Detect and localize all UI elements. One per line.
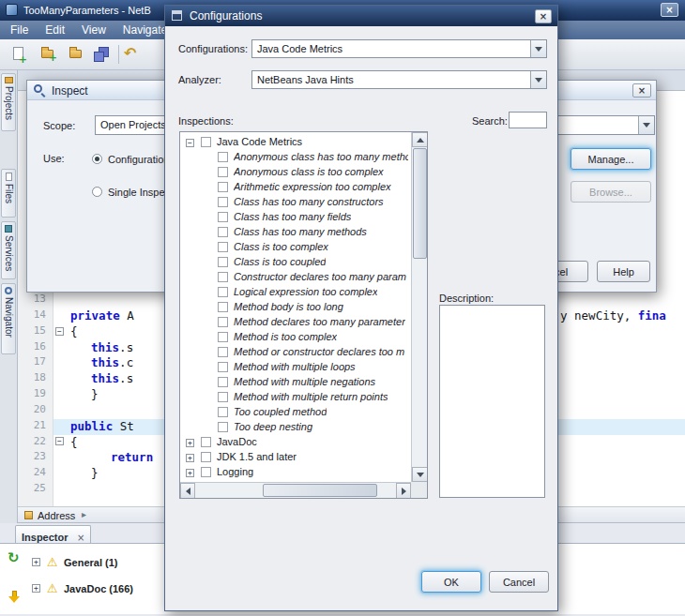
scroll-up-icon[interactable] <box>412 132 428 147</box>
tree-item[interactable]: Anonymous class is too complex <box>180 165 411 180</box>
netbeans-logo-icon <box>6 4 18 16</box>
checkbox[interactable] <box>201 467 211 477</box>
configurations-select[interactable]: Java Code Metrics <box>251 39 547 58</box>
checkbox[interactable] <box>218 332 228 342</box>
checkbox[interactable] <box>218 302 228 312</box>
sidebar-tab-projects[interactable]: Projects <box>1 73 16 131</box>
tree-item[interactable]: Arithmetic expression too complex <box>180 180 411 195</box>
cancel-button[interactable]: Cancel <box>489 571 549 593</box>
tab-inspector[interactable]: Inspector × <box>15 525 91 543</box>
tree-item[interactable]: Method body is too long <box>180 300 411 315</box>
tree-item-jdk[interactable]: + JDK 1.5 and later <box>180 450 411 465</box>
checkbox[interactable] <box>218 317 228 327</box>
menu-view[interactable]: View <box>73 21 114 39</box>
checkbox[interactable] <box>218 377 228 387</box>
radio-single-inspection[interactable] <box>92 187 102 197</box>
checkbox[interactable] <box>218 152 228 162</box>
close-icon[interactable]: × <box>535 9 552 23</box>
breadcrumb[interactable]: Address <box>38 510 75 521</box>
scroll-left-icon[interactable] <box>180 483 195 499</box>
scrollbar-thumb[interactable] <box>263 484 377 497</box>
line-number: 17 <box>18 355 46 368</box>
code-fold-icon[interactable]: − <box>55 437 64 445</box>
expand-icon[interactable]: + <box>32 584 40 593</box>
new-file-button[interactable] <box>13 47 23 60</box>
tree-item-javadoc[interactable]: + JavaDoc <box>180 435 411 450</box>
tree-item[interactable]: Too deep nesting <box>180 420 411 435</box>
main-close-button[interactable]: × <box>661 3 678 17</box>
tree-item[interactable]: Method with multiple negations <box>180 375 411 390</box>
manage-button[interactable]: Manage... <box>571 148 651 170</box>
horizontal-scrollbar[interactable] <box>180 482 411 498</box>
sidebar-tab-label: Projects <box>4 86 14 120</box>
ok-button[interactable]: OK <box>421 571 481 593</box>
sidebar-tab-files[interactable]: Files <box>1 169 16 218</box>
checkbox[interactable] <box>218 422 228 432</box>
tree-item[interactable]: Class is too coupled <box>180 255 411 270</box>
analyzer-select[interactable]: NetBeans Java Hints <box>251 70 547 89</box>
new-project-button[interactable] <box>41 50 53 58</box>
scrollbar-thumb[interactable] <box>413 148 427 259</box>
close-icon[interactable]: × <box>632 83 651 98</box>
tree-item[interactable]: Method with multiple return points <box>180 390 411 405</box>
checkbox[interactable] <box>201 437 211 447</box>
line-number: 16 <box>18 340 46 353</box>
checkbox[interactable] <box>218 197 228 207</box>
search-input[interactable] <box>509 112 547 128</box>
expand-icon[interactable]: + <box>186 454 194 462</box>
tree-item-label: Logical expression too complex <box>234 286 377 297</box>
checkbox[interactable] <box>218 407 228 417</box>
tree-item[interactable]: Anonymous class has too many metho <box>180 150 411 165</box>
checkbox[interactable] <box>218 347 228 357</box>
tree-item[interactable]: Class is too complex <box>180 240 411 255</box>
tree-item[interactable]: Method declares too many parameter <box>180 315 411 330</box>
save-all-button[interactable] <box>94 47 110 62</box>
description-box <box>439 305 545 498</box>
open-project-button[interactable] <box>69 50 82 58</box>
checkbox[interactable] <box>201 137 211 147</box>
scope-label: Scope: <box>43 120 75 131</box>
sidebar-tab-services[interactable]: Services <box>1 221 16 279</box>
tree-item[interactable]: Too coupled method <box>180 405 411 420</box>
menu-edit[interactable]: Edit <box>37 21 73 39</box>
tree-item-root[interactable]: − Java Code Metrics <box>180 135 411 150</box>
checkbox[interactable] <box>218 362 228 372</box>
checkbox[interactable] <box>218 392 228 402</box>
radio-configuration[interactable] <box>92 154 102 164</box>
expand-icon[interactable]: + <box>186 439 194 447</box>
checkbox[interactable] <box>218 242 228 252</box>
expand-icon[interactable]: + <box>32 558 40 566</box>
checkbox[interactable] <box>218 167 228 177</box>
undo-button[interactable]: ↶ <box>124 44 136 62</box>
vertical-scrollbar[interactable] <box>411 132 427 482</box>
sidebar-tab-navigator[interactable]: Navigator <box>1 283 16 354</box>
checkbox[interactable] <box>218 182 228 192</box>
tree-item-label: Constructor declares too many param <box>234 271 406 282</box>
checkbox[interactable] <box>218 227 228 237</box>
tree-item[interactable]: Method is too complex <box>180 330 411 345</box>
tree-item[interactable]: Constructor declares too many param <box>180 270 411 285</box>
scroll-right-icon[interactable] <box>396 483 411 499</box>
code-fold-icon[interactable]: − <box>55 327 64 336</box>
tree-item[interactable]: Class has too many fields <box>180 210 411 225</box>
tree-item[interactable]: Class has too many methods <box>180 225 411 240</box>
tree-item[interactable]: Method or constructor declares too m <box>180 345 411 360</box>
tree-item-label: Anonymous class has too many metho <box>234 151 408 162</box>
collapse-icon[interactable]: − <box>186 139 194 147</box>
checkbox[interactable] <box>201 452 211 462</box>
checkbox[interactable] <box>218 287 228 297</box>
tree-item[interactable]: Method with multiple loops <box>180 360 411 375</box>
checkbox[interactable] <box>218 272 228 282</box>
scroll-down-icon[interactable] <box>412 467 428 482</box>
new-file-icon <box>13 47 23 60</box>
close-tab-icon[interactable]: × <box>77 533 84 543</box>
checkbox[interactable] <box>218 212 228 222</box>
menu-file[interactable]: File <box>2 21 37 39</box>
tree-item-label: Method or constructor declares too m <box>234 346 404 357</box>
tree-item-logging[interactable]: + Logging <box>180 465 411 480</box>
tree-item[interactable]: Class has too many constructors <box>180 195 411 210</box>
expand-icon[interactable]: + <box>186 469 194 477</box>
checkbox[interactable] <box>218 257 228 267</box>
tree-item[interactable]: Logical expression too complex <box>180 285 411 300</box>
help-button[interactable]: Help <box>597 261 650 282</box>
